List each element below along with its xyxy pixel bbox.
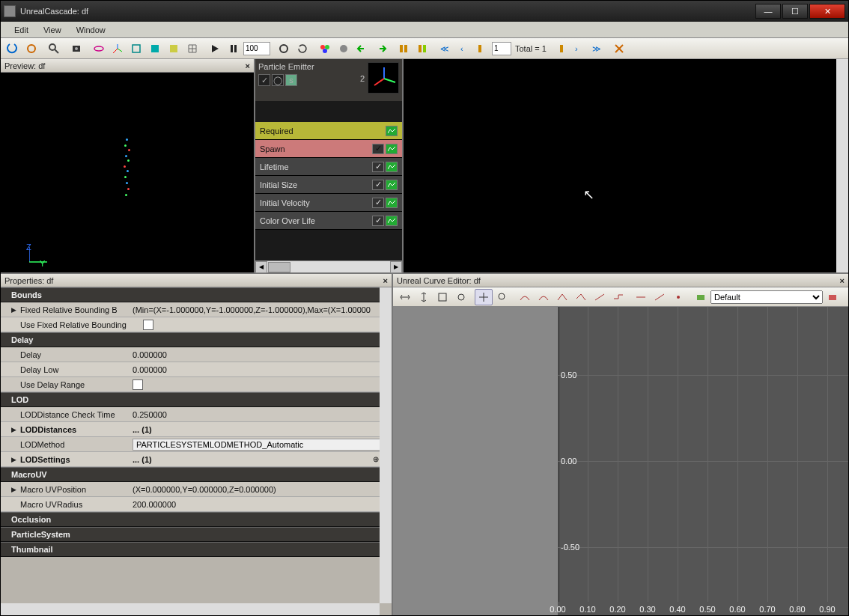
undo-icon[interactable] <box>353 40 371 57</box>
tangent-auto-icon[interactable] <box>516 289 534 305</box>
scroll-right-icon[interactable]: ▶ <box>390 261 402 273</box>
tangent-autoclamped-icon[interactable] <box>535 289 553 305</box>
module-graph-icon[interactable] <box>386 198 398 208</box>
module-spawn[interactable]: Spawn✓ <box>255 140 402 158</box>
show-all-tangents-icon[interactable] <box>669 289 687 305</box>
prop-use-delay-range[interactable]: Use Delay Range <box>1 377 392 392</box>
grid-icon[interactable] <box>183 40 201 57</box>
prop-lod-distances[interactable]: ▶LODDistances... (1) <box>1 422 392 437</box>
pause-icon[interactable] <box>225 40 243 57</box>
fit-vertical-icon[interactable] <box>415 289 433 305</box>
section-macrouv[interactable]: MacroUV <box>1 467 392 482</box>
restart-level-icon[interactable] <box>22 40 40 57</box>
lod-first-icon[interactable]: ≪ <box>436 40 454 57</box>
wireframe-icon[interactable] <box>127 40 145 57</box>
minimize-button[interactable]: — <box>755 4 781 19</box>
section-particlesystem[interactable]: ParticleSystem <box>1 527 392 542</box>
use-fixed-checkbox[interactable] <box>143 320 153 330</box>
fit-horizontal-icon[interactable] <box>396 289 414 305</box>
curve-preset-select[interactable]: Default <box>710 290 823 304</box>
module-graph-icon[interactable] <box>386 162 398 172</box>
lod-addbefore-icon[interactable] <box>473 40 491 57</box>
realtime-icon[interactable] <box>275 40 293 57</box>
module-graph-icon[interactable] <box>386 180 398 190</box>
prop-lod-settings[interactable]: ▶LODSettings... (1)⊕ 🗑 <box>1 452 392 467</box>
straighten-icon[interactable] <box>651 289 669 305</box>
flatten-icon[interactable] <box>632 289 650 305</box>
scroll-thumb[interactable] <box>268 262 290 272</box>
prop-lod-check-time[interactable]: LODDistance Check Time0.250000▲▼ <box>1 407 392 422</box>
delete-tab-icon[interactable] <box>824 289 842 305</box>
lod-next-icon[interactable]: › <box>569 40 587 57</box>
curve-track-list[interactable] <box>393 307 558 615</box>
lod-prev-icon[interactable]: ‹ <box>454 40 472 57</box>
properties-hscrollbar[interactable] <box>1 603 380 615</box>
tangent-linear-icon[interactable] <box>591 289 609 305</box>
prop-macro-uv-radius[interactable]: Macro UVRadius200.000000▲▼ <box>1 497 392 512</box>
module-graph-icon[interactable] <box>386 144 398 154</box>
scroll-left-icon[interactable]: ◀ <box>255 261 267 273</box>
play-icon[interactable] <box>206 40 224 57</box>
module-enable-checkbox[interactable]: ✓ <box>372 144 384 154</box>
module-enable-checkbox[interactable]: ✓ <box>372 162 384 172</box>
module-graph-icon[interactable] <box>386 126 398 136</box>
emitter-enabled-checkbox[interactable]: ✓ <box>258 74 270 86</box>
module-required[interactable]: Required <box>255 122 402 140</box>
pan-mode-icon[interactable] <box>475 289 493 305</box>
lod-delete-icon[interactable] <box>610 40 628 57</box>
curve-plot[interactable]: 0.000.100.200.300.400.500.600.700.800.90… <box>558 307 848 615</box>
tangent-user-icon[interactable] <box>553 289 571 305</box>
emitter-solo-checkbox[interactable]: s <box>285 74 297 86</box>
menu-window[interactable]: Window <box>69 24 113 36</box>
menu-edit[interactable]: Edit <box>7 24 36 36</box>
module-initial-velocity[interactable]: Initial Velocity✓ <box>255 194 402 212</box>
close-button[interactable]: ✕ <box>809 4 845 19</box>
menu-view[interactable]: View <box>36 24 69 36</box>
orbit-icon[interactable] <box>90 40 108 57</box>
color-icon[interactable] <box>316 40 334 57</box>
lod-method-select[interactable]: PARTICLESYSTEMLODMETHOD_Automatic <box>133 439 392 451</box>
emitter-header[interactable]: Particle Emitter ✓ ◯ s 2 <box>255 59 402 101</box>
module-enable-checkbox[interactable]: ✓ <box>372 216 384 226</box>
lod-regen-icon[interactable] <box>395 40 413 57</box>
fit-selected-icon[interactable] <box>452 289 470 305</box>
emitter-vscrollbar[interactable] <box>836 59 848 272</box>
tangent-break-icon[interactable] <box>572 289 590 305</box>
curve-close-icon[interactable]: × <box>840 276 845 285</box>
section-occlusion[interactable]: Occlusion <box>1 512 392 527</box>
redo-icon[interactable] <box>372 40 390 57</box>
sphere-icon[interactable] <box>335 40 353 57</box>
module-enable-checkbox[interactable]: ✓ <box>372 198 384 208</box>
create-tab-icon[interactable] <box>692 289 710 305</box>
section-delay[interactable]: Delay <box>1 332 392 347</box>
loop-icon[interactable] <box>293 40 311 57</box>
prop-macro-uv-position[interactable]: ▶Macro UVPosition(X=0.000000,Y=0.000000,… <box>1 482 392 497</box>
section-thumbnail[interactable]: Thumbnail <box>1 542 392 557</box>
zoom-mode-icon[interactable] <box>493 289 511 305</box>
prop-fixed-relative-bounding[interactable]: ▶Fixed Relative Bounding B(Min=(X=-1.000… <box>1 302 392 317</box>
sim-speed-input[interactable] <box>243 42 270 55</box>
restart-sim-icon[interactable] <box>4 40 22 57</box>
properties-close-icon[interactable]: × <box>383 276 388 285</box>
prop-delay-low[interactable]: Delay Low0.000000▲▼ <box>1 362 392 377</box>
save-thumb-icon[interactable] <box>67 40 85 57</box>
find-icon[interactable] <box>45 40 63 57</box>
module-enable-checkbox[interactable]: ✓ <box>372 180 384 190</box>
fit-all-icon[interactable] <box>433 289 451 305</box>
module-lifetime[interactable]: Lifetime✓ <box>255 158 402 176</box>
bounds-icon[interactable] <box>146 40 164 57</box>
prop-lod-method[interactable]: LODMethodPARTICLESYSTEMLODMETHOD_Automat… <box>1 437 392 452</box>
lod-regendup-icon[interactable] <box>413 40 431 57</box>
lod-index-input[interactable] <box>492 42 511 55</box>
tangent-constant-icon[interactable] <box>609 289 627 305</box>
module-color-over-life[interactable]: Color Over Life✓ <box>255 212 402 230</box>
section-lod[interactable]: LOD <box>1 392 392 407</box>
properties-vscrollbar[interactable] <box>380 287 392 603</box>
lod-addafter-icon[interactable] <box>550 40 568 57</box>
module-initial-size[interactable]: Initial Size✓ <box>255 176 402 194</box>
module-graph-icon[interactable] <box>386 216 398 226</box>
section-bounds[interactable]: Bounds <box>1 287 392 302</box>
prop-use-fixed-relative[interactable]: Use Fixed Relative Bounding <box>1 317 392 332</box>
prop-delay[interactable]: Delay0.000000▲▼ <box>1 347 392 362</box>
use-delay-range-checkbox[interactable] <box>133 379 143 390</box>
